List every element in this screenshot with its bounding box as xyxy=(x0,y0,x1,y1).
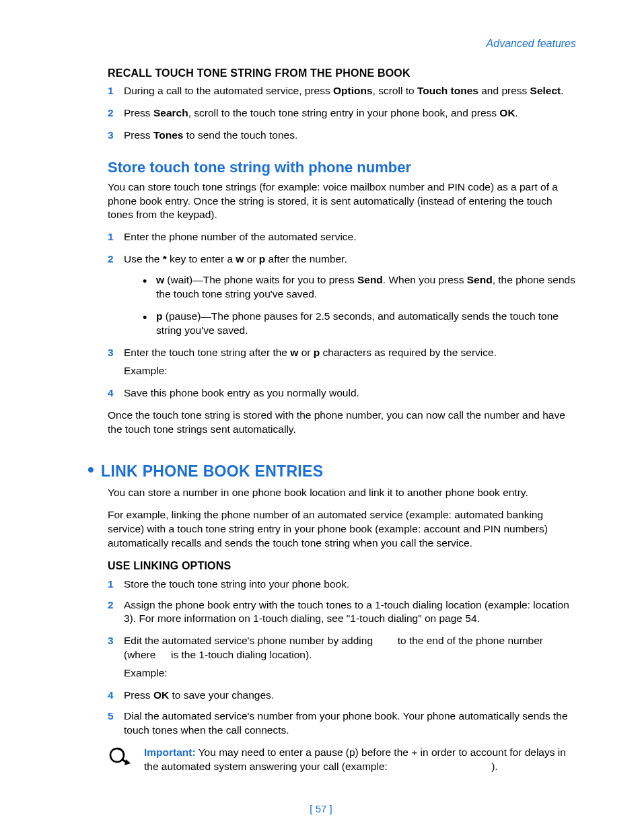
svg-marker-1 xyxy=(124,759,131,765)
list-item: 3 Edit the automated service's phone num… xyxy=(108,634,576,680)
example-label: Example: xyxy=(124,364,576,378)
list-item: 5 Dial the automated service's number fr… xyxy=(108,709,576,738)
heading-recall: RECALL TOUCH TONE STRING FROM THE PHONE … xyxy=(108,66,576,81)
store-steps: 1 Enter the phone number of the automate… xyxy=(108,230,576,400)
heading-store: Store touch tone string with phone numbe… xyxy=(108,158,576,178)
page-number: [ 57 ] xyxy=(0,802,642,816)
important-icon xyxy=(108,746,144,774)
page: Advanced features RECALL TOUCH TONE STRI… xyxy=(0,0,642,840)
store-intro: You can store touch tone strings (for ex… xyxy=(108,180,576,223)
recall-steps: 1 During a call to the automated service… xyxy=(108,84,576,143)
link-steps: 1 Store the touch tone string into your … xyxy=(108,578,576,738)
heading-linking-options: USE LINKING OPTIONS xyxy=(108,559,576,573)
bullet-icon: • xyxy=(87,457,94,483)
list-item: 1 Store the touch tone string into your … xyxy=(108,578,576,592)
list-item: 1 Enter the phone number of the automate… xyxy=(108,230,576,244)
list-item: p (pause)—The phone pauses for 2.5 secon… xyxy=(143,310,576,338)
list-item: 3 Press Tones to send the touch tones. xyxy=(108,129,576,143)
list-item: 1 During a call to the automated service… xyxy=(108,84,576,98)
list-item: w (wait)—The phone waits for you to pres… xyxy=(143,273,576,302)
store-sub-bullets: w (wait)—The phone waits for you to pres… xyxy=(143,273,576,338)
store-outro: Once the touch tone string is stored wit… xyxy=(108,409,576,437)
list-item: 2 Use the * key to enter a w or p after … xyxy=(108,252,576,338)
list-item: 4 Press OK to save your changes. xyxy=(108,689,576,703)
list-item: 3 Enter the touch tone string after the … xyxy=(108,346,576,378)
running-header: Advanced features xyxy=(86,36,576,51)
link-intro2: For example, linking the phone number of… xyxy=(108,508,576,551)
list-item: 4 Save this phone book entry as you norm… xyxy=(108,386,576,400)
list-item: 2 Press Search, scroll to the touch tone… xyxy=(108,106,576,120)
heading-link: •LINK PHONE BOOK ENTRIES xyxy=(108,457,576,483)
important-note: Important: You may need to enter a pause… xyxy=(108,746,576,774)
link-intro1: You can store a number in one phone book… xyxy=(108,486,576,500)
list-item: 2 Assign the phone book entry with the t… xyxy=(108,598,576,627)
example-label: Example: xyxy=(124,666,576,680)
important-label: Important: xyxy=(144,746,196,758)
